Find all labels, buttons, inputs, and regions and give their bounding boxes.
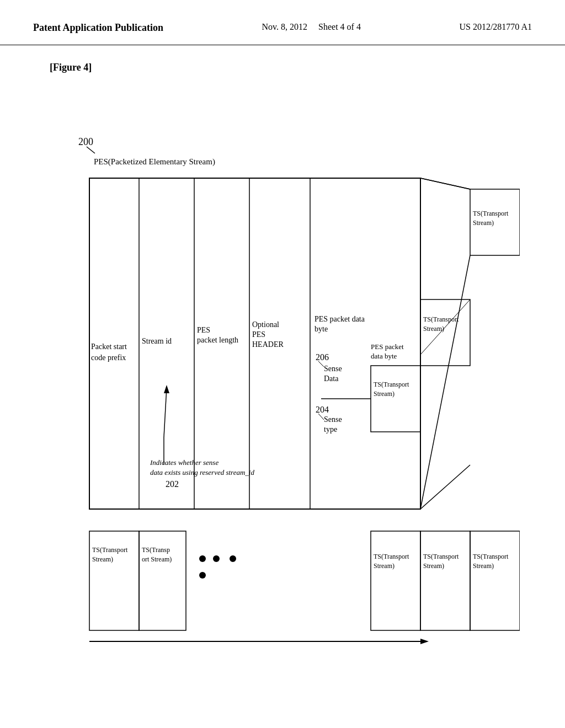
header-center: Nov. 8, 2012 Sheet 4 of 4 [262, 22, 361, 32]
ts-rbox-1-line1: TS(Transport [374, 553, 409, 560]
ts-upper-3-line1: TS(Transport [473, 210, 509, 217]
ts-box-1-line2: Stream) [92, 555, 113, 563]
svg-line-0 [87, 147, 95, 153]
dot-1 [199, 555, 206, 562]
svg-rect-11 [371, 366, 420, 432]
field-pes-data-1: PES packet data [315, 315, 365, 323]
content-area: [Figure 4] 200 PES(Packetized Elementary… [0, 45, 565, 702]
ts-rbox-2-line1: TS(Transport [423, 553, 459, 560]
dot-2 [199, 572, 206, 579]
ts-rbox-3-line1: TS(Transport [473, 553, 509, 560]
sense-type-label-1: Sense [324, 415, 342, 424]
svg-line-17 [420, 178, 470, 189]
pes-data-byte-expanded-1: PES packet [371, 342, 404, 351]
ref-206: 206 [316, 352, 329, 362]
dot-3 [213, 555, 220, 562]
svg-rect-4 [420, 531, 470, 630]
field-stream-id: Stream id [142, 337, 172, 345]
page-header: Patent Application Publication Nov. 8, 2… [0, 0, 565, 45]
field-optional-pes-3: HEADER [252, 340, 284, 349]
sense-data-label-1: Sense [324, 365, 342, 373]
svg-line-22 [318, 414, 324, 420]
figure-label: [Figure 4] [50, 62, 532, 73]
ref-202: 202 [166, 479, 179, 489]
ts-box-1-line1: TS(Transport [92, 546, 128, 554]
patent-number: US 2012/281770 A1 [459, 22, 532, 32]
field-optional-pes-2: PES [252, 330, 265, 339]
diagram-svg: 200 PES(Packetized Elementary Stream) TS… [45, 79, 520, 686]
ts-rbox-3-line2: Stream) [473, 562, 494, 570]
ts-upper-2-line1: TS(Transport [423, 315, 459, 323]
field-packet-start-1: Packet start [91, 342, 127, 351]
publication-date: Nov. 8, 2012 [262, 22, 308, 31]
ts-box-2-line2: ort Stream) [142, 555, 172, 563]
field-pes-length-2: packet length [197, 336, 238, 344]
svg-line-21 [164, 388, 167, 437]
page: Patent Application Publication Nov. 8, 2… [0, 0, 565, 728]
ts-box-2-line1: TS(Transp [142, 546, 170, 554]
ts-upper-1-line2: Stream) [374, 390, 395, 398]
svg-rect-12 [420, 299, 470, 366]
bottom-arrow [420, 639, 429, 644]
annotation-202-text2: data exists using reserved stream_id [150, 468, 254, 477]
pes-data-byte-expanded-2: data byte [371, 352, 397, 360]
sheet-info: Sheet 4 of 4 [318, 22, 361, 31]
svg-rect-3 [371, 531, 420, 630]
field-optional-pes-1: Optional [252, 320, 279, 329]
ref-204: 204 [316, 405, 329, 414]
diagram: 200 PES(Packetized Elementary Stream) TS… [45, 79, 520, 686]
field-pes-data-2: byte [315, 325, 328, 333]
sense-data-label-2: Data [324, 374, 339, 383]
field-packet-start-2: code prefix [91, 354, 126, 362]
pes-bracket-label: PES(Packetized Elementary Stream) [94, 157, 215, 167]
ref-200: 200 [78, 136, 93, 147]
dot-4 [230, 555, 236, 562]
sense-type-label-2: type [324, 425, 337, 433]
publication-title: Patent Application Publication [33, 22, 163, 34]
ts-rbox-1-line2: Stream) [374, 562, 395, 570]
field-pes-length-1: PES [197, 326, 210, 334]
svg-rect-5 [470, 531, 520, 630]
arrow-202 [164, 385, 169, 393]
ts-upper-1-line1: TS(Transport [374, 381, 409, 388]
ts-upper-3-line2: Stream) [473, 219, 494, 227]
ts-rbox-2-line2: Stream) [423, 562, 444, 570]
annotation-202-text1: Indicates whether sense [150, 458, 218, 467]
svg-line-23 [318, 361, 324, 367]
